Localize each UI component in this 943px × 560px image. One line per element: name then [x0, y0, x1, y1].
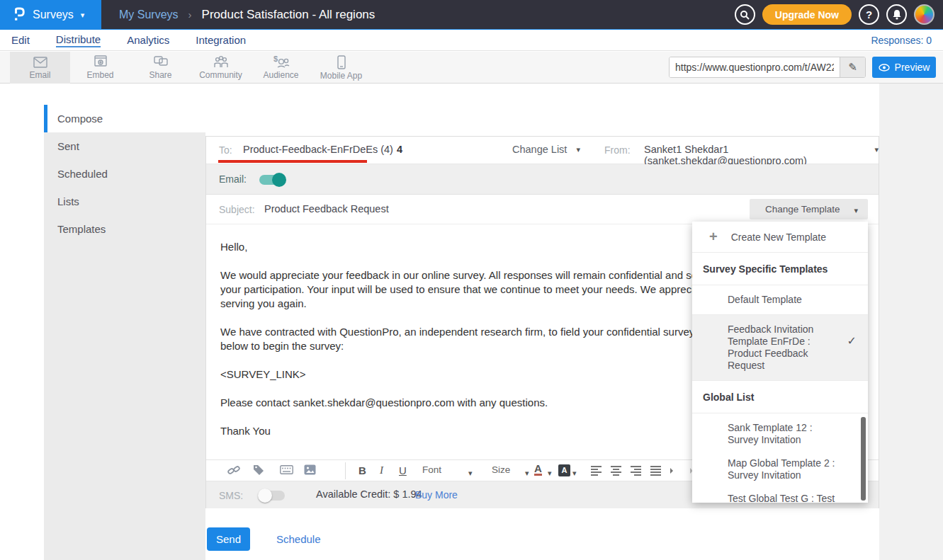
recipient-list-name: Product-Feedback-EnFrDeEs (4) [243, 144, 393, 155]
survey-url-input[interactable] [670, 57, 840, 77]
change-template-button[interactable]: Change Template ▾ [750, 199, 868, 219]
survey-url-field: ✎ [669, 57, 866, 78]
chevron-down-icon[interactable]: ▾ [468, 469, 473, 478]
sidebar-item-scheduled[interactable]: Scheduled [44, 160, 205, 188]
distribute-sidebar: Compose Sent Scheduled Lists Templates [44, 105, 205, 560]
available-credit: Available Credit: $ 1.94 [316, 488, 422, 500]
nav-distribute[interactable]: Distribute [56, 33, 101, 47]
buy-more-link[interactable]: Buy More [415, 489, 458, 501]
tab-community-label: Community [199, 70, 242, 80]
to-label: To: [219, 144, 232, 156]
size-select[interactable]: Size [492, 464, 510, 475]
from-sender: Sanket1 Shekdar1 (sanket.shekdar@questio… [644, 144, 866, 166]
survey-nav: Edit Distribute Analytics Integration Re… [0, 29, 943, 51]
tab-mobile-app-label: Mobile App [320, 71, 362, 81]
insert-image-button[interactable] [304, 464, 316, 478]
schedule-link[interactable]: Schedule [276, 533, 321, 545]
tab-mobile-app[interactable]: Mobile App [311, 52, 371, 84]
product-switcher[interactable]: Surveys ▾ [0, 0, 101, 29]
chevron-down-icon[interactable]: ▾ [548, 469, 552, 478]
svg-text:$: $ [273, 55, 278, 63]
align-justify-button[interactable] [650, 466, 661, 476]
page: Surveys ▾ My Surveys › Product Satisfact… [0, 0, 943, 560]
sidebar-item-compose[interactable]: Compose [44, 105, 205, 132]
underline-button[interactable]: U [399, 464, 407, 476]
sidebar-item-sent[interactable]: Sent [44, 132, 205, 160]
recipient-underline [218, 160, 367, 163]
merge-codes-button[interactable] [280, 464, 293, 477]
insert-link-button[interactable] [227, 464, 240, 479]
sidebar-item-templates[interactable]: Templates [44, 215, 205, 243]
recipient-row: To: Product-Feedback-EnFrDeEs (4)4 Chang… [206, 137, 879, 164]
chevron-right-icon: › [188, 8, 192, 21]
nav-edit[interactable]: Edit [11, 34, 30, 46]
change-list-label: Change List [512, 144, 567, 155]
tab-email[interactable]: Email [10, 52, 70, 84]
email-toggle-row: Email: [206, 164, 879, 195]
menu-item-test-global-test-g[interactable]: Test Global Test G : Test PAA G [692, 487, 868, 503]
avatar[interactable] [914, 4, 934, 25]
tab-embed[interactable]: Embed [70, 52, 130, 84]
recipient-list[interactable]: Product-Feedback-EnFrDeEs (4)4 [243, 144, 402, 155]
tab-audience[interactable]: $ Audience [251, 52, 311, 84]
search-button[interactable] [735, 4, 755, 25]
check-icon: ✓ [847, 335, 857, 347]
nav-analytics[interactable]: Analytics [127, 34, 169, 46]
subject-row: Subject: Product Feedback Request Change… [206, 195, 879, 224]
menu-item-map-global-template-2[interactable]: Map Global Template 2 : Survey Invitatio… [692, 452, 868, 487]
responses-count[interactable]: Responses: 0 [871, 35, 932, 46]
subject-input[interactable]: Product Feedback Request [264, 203, 389, 215]
sms-toggle-knob [258, 488, 272, 503]
sidebar-templates-label: Templates [57, 223, 106, 235]
font-select[interactable]: Font [422, 464, 441, 475]
email-toggle[interactable] [259, 175, 285, 185]
sms-toggle[interactable] [259, 491, 285, 501]
menu-header-global-list: Global List [692, 381, 868, 413]
breadcrumb-my-surveys[interactable]: My Surveys [119, 8, 179, 21]
text-color-button[interactable]: A [534, 464, 542, 476]
preview-button[interactable]: Preview [872, 57, 936, 78]
embed-icon [93, 55, 108, 69]
background-color-button[interactable]: A [558, 464, 570, 476]
topbar-actions: Upgrade Now ? [735, 4, 934, 25]
menu-item-sank-template-12[interactable]: Sank Template 12 : Survey Invitation [692, 413, 868, 452]
from-dropdown[interactable]: Sanket1 Shekdar1 (sanket.shekdar@questio… [644, 144, 879, 166]
menu-create-new-template[interactable]: + Create New Template [692, 222, 868, 253]
toolbar-divider [345, 462, 346, 479]
tab-share[interactable]: Share [130, 52, 191, 84]
plus-icon: + [709, 229, 718, 245]
chevron-down-icon: ▾ [854, 206, 858, 215]
sidebar-scheduled-label: Scheduled [57, 168, 108, 180]
chevron-down-icon[interactable]: ▾ [572, 469, 577, 478]
email-toggle-label: Email: [219, 173, 247, 185]
menu-scrollbar[interactable] [861, 417, 866, 501]
bold-button[interactable]: B [358, 464, 366, 476]
help-button[interactable]: ? [859, 4, 879, 25]
menu-item-feedback-invitation[interactable]: Feedback Invitation Template EnFrDe : Pr… [692, 315, 868, 381]
italic-button[interactable]: I [380, 464, 383, 476]
align-center-button[interactable] [611, 466, 621, 476]
insert-tag-button[interactable] [253, 464, 265, 479]
chevron-down-icon: ▾ [576, 145, 580, 155]
align-right-button[interactable] [631, 466, 641, 476]
send-button[interactable]: Send [207, 527, 250, 551]
link-icon [227, 464, 240, 476]
from-label: From: [604, 144, 631, 156]
tab-share-label: Share [149, 70, 171, 80]
edit-url-button[interactable]: ✎ [840, 57, 865, 77]
sidebar-compose-label: Compose [57, 113, 103, 125]
notifications-button[interactable] [886, 4, 907, 25]
upgrade-now-button[interactable]: Upgrade Now [762, 4, 852, 25]
menu-item-default-template[interactable]: Default Template [692, 285, 868, 315]
survey-title: Product Satisfaction - All regions [202, 8, 375, 22]
menu-scroll-area: Sank Template 12 : Survey Invitation Map… [692, 413, 868, 503]
chevron-down-icon[interactable]: ▾ [525, 469, 529, 478]
nav-integration[interactable]: Integration [196, 34, 246, 46]
selected-template-label: Feedback Invitation Template EnFrDe : Pr… [728, 324, 840, 372]
tab-community[interactable]: Community [191, 52, 251, 84]
sidebar-item-lists[interactable]: Lists [44, 188, 205, 215]
tab-embed-label: Embed [86, 70, 113, 80]
recipient-count: 4 [397, 144, 402, 155]
change-list-dropdown[interactable]: Change List ▾ [512, 144, 580, 155]
align-left-button[interactable] [591, 466, 602, 476]
